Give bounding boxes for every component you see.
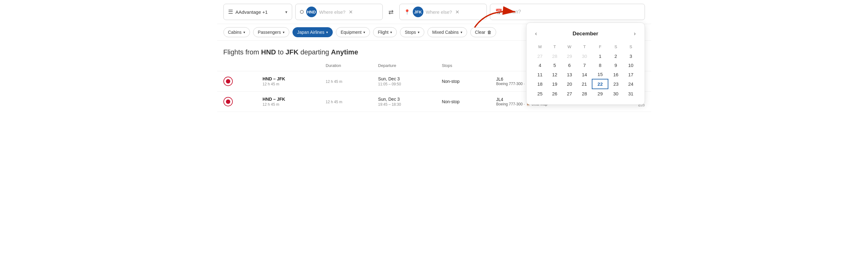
cal-day-header: T [577, 43, 592, 52]
calendar-day: 29 [562, 52, 577, 61]
calendar-day[interactable]: 2 [608, 52, 623, 61]
stops-value: Non-stop [442, 99, 460, 104]
calendar-day[interactable]: 6 [562, 61, 577, 70]
filter-chip-clear[interactable]: Clear🗑 [470, 27, 496, 37]
calendar-day[interactable]: 16 [608, 70, 623, 79]
calendar-day[interactable]: 4 [533, 61, 548, 70]
calendar-day[interactable]: 21 [577, 79, 592, 89]
airline-logo-cell [217, 92, 256, 112]
calendar-icon: 📅 [495, 8, 502, 15]
calendar-day[interactable]: 31 [623, 89, 638, 98]
chevron-down-icon: ▾ [363, 30, 365, 34]
calendar-day[interactable]: 30 [608, 89, 623, 98]
flight-route: HND – JFK [262, 97, 313, 102]
calendar-prev-button[interactable]: ‹ [533, 29, 539, 38]
filter-chip-stops[interactable]: Stops▾ [400, 27, 424, 37]
calendar-day[interactable]: 24 [623, 79, 638, 89]
filter-chip-flight[interactable]: Flight▾ [373, 27, 397, 37]
departure-day: Sun, Dec 3 [378, 97, 429, 102]
filter-label: Japan Airlines [297, 30, 324, 35]
duration-value: 12 h 45 m [326, 79, 366, 84]
calendar-day[interactable]: 28 [577, 89, 592, 98]
results-middle: to [278, 48, 285, 56]
destination-pin-icon: 📍 [404, 9, 410, 15]
calendar-day[interactable]: 5 [548, 61, 562, 70]
filter-chip-japan-airlines[interactable]: Japan Airlines▾ [292, 27, 333, 37]
flight-duration: 12 h 45 m [262, 102, 313, 107]
calendar-day[interactable]: 7 [577, 61, 592, 70]
calendar-day[interactable]: 13 [562, 70, 577, 79]
cal-day-header: S [623, 43, 638, 52]
cal-day-header: T [548, 43, 562, 52]
calendar-day[interactable]: 19 [548, 79, 562, 89]
results-time: Anytime [331, 48, 358, 56]
calendar-day[interactable]: 23 [608, 79, 623, 89]
origin-clear-button[interactable]: ✕ [348, 8, 353, 16]
filter-label: Mixed Cabins [432, 30, 459, 35]
chevron-down-icon: ▾ [390, 30, 392, 34]
calendar-day[interactable]: 10 [623, 61, 638, 70]
calendar-day[interactable]: 25 [533, 89, 548, 98]
route-cell: HND – JFK 12 h 45 m [256, 71, 319, 92]
calendar-day: 27 [533, 52, 548, 61]
destination-field[interactable]: 📍 JFK Where else? ✕ [399, 4, 487, 20]
destination-clear-button[interactable]: ✕ [455, 8, 460, 16]
calendar-day[interactable]: 15 [592, 70, 608, 79]
filter-chip-cabins[interactable]: Cabins▾ [223, 27, 250, 37]
calendar-day[interactable]: 11 [533, 70, 548, 79]
calendar-next-button[interactable]: › [631, 29, 638, 38]
results-suffix: departing [300, 48, 331, 56]
account-selector[interactable]: ☰ AAdvantage +1 ▾ [223, 4, 292, 20]
calendar-day[interactable]: 22 [592, 79, 608, 89]
stops-cell: Non-stop [436, 92, 490, 112]
search-bar: ☰ AAdvantage +1 ▾ HND Where else? ✕ ⇄ 📍 … [217, 0, 651, 24]
calendar-day[interactable]: 9 [608, 61, 623, 70]
filter-label: Equipment [341, 30, 362, 35]
duration-cell: 12 h 45 m [319, 92, 372, 112]
calendar-day[interactable]: 1 [592, 52, 608, 61]
calendar-day[interactable]: 8 [592, 61, 608, 70]
calendar-grid: MTWTFSS 27282930123456789101112131415161… [533, 43, 638, 98]
calendar-day[interactable]: 14 [577, 70, 592, 79]
chevron-down-icon: ▾ [243, 30, 245, 34]
filter-label: Clear [475, 30, 485, 35]
calendar-day[interactable]: 18 [533, 79, 548, 89]
origin-placeholder: Where else? [319, 9, 346, 15]
calendar-day[interactable]: 3 [623, 52, 638, 61]
flight-route: HND – JFK [262, 76, 313, 81]
origin-field[interactable]: HND Where else? ✕ [295, 4, 383, 20]
filter-label: Stops [405, 30, 416, 35]
flight-duration: 12 h 45 m [262, 82, 313, 86]
filter-label: Cabins [228, 30, 242, 35]
swap-button[interactable]: ⇄ [386, 6, 396, 18]
calendar-day[interactable]: 12 [548, 70, 562, 79]
filter-chip-passengers[interactable]: Passengers▾ [253, 27, 289, 37]
stops-value: Non-stop [442, 79, 460, 84]
chevron-down-icon: ▾ [418, 30, 420, 34]
col-header-duration: Duration [319, 60, 372, 71]
departure-cell: Sun, Dec 3 11:05 – 09:50 [372, 71, 436, 92]
calendar-day[interactable]: 27 [562, 89, 577, 98]
filter-label: Passengers [258, 30, 281, 35]
trash-icon: 🗑 [487, 30, 492, 35]
calendar-header: ‹ December › [533, 29, 638, 38]
calendar-month-label: December [572, 31, 598, 37]
jal-logo [223, 97, 233, 106]
filter-chip-equipment[interactable]: Equipment▾ [336, 27, 370, 37]
calendar-day[interactable]: 26 [548, 89, 562, 98]
when-field[interactable]: 📅 When? [490, 4, 645, 20]
calendar-day[interactable]: 17 [623, 70, 638, 79]
stops-cell: Non-stop [436, 71, 490, 92]
calendar-day[interactable]: 29 [592, 89, 608, 98]
cal-day-header: M [533, 43, 548, 52]
filter-label: Flight [378, 30, 389, 35]
chevron-down-icon: ▾ [283, 30, 285, 34]
duration-value: 12 h 45 m [326, 100, 366, 104]
departure-day: Sun, Dec 3 [378, 76, 429, 81]
filter-chip-mixed-cabins[interactable]: Mixed Cabins▾ [428, 27, 467, 37]
departure-time: 11:05 – 09:50 [378, 82, 429, 86]
results-origin: HND [261, 48, 276, 56]
calendar-day[interactable]: 20 [562, 79, 577, 89]
col-header-airline [256, 60, 319, 71]
calendar-day: 28 [548, 52, 562, 61]
